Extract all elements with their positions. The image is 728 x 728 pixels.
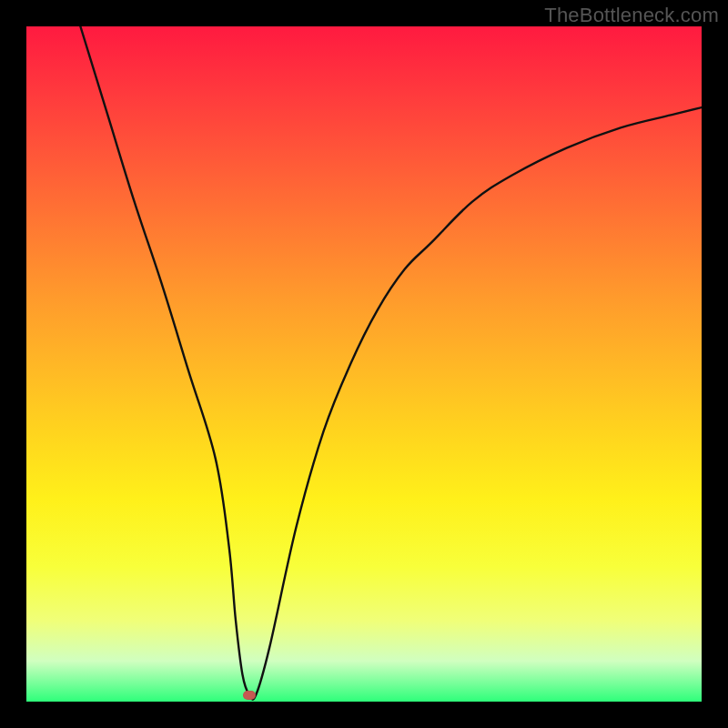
- chart-frame: TheBottleneck.com: [0, 0, 728, 728]
- watermark-text: TheBottleneck.com: [544, 4, 719, 27]
- curve-path: [80, 26, 702, 700]
- plot-area: [26, 26, 702, 702]
- optimum-marker: [243, 691, 256, 700]
- bottleneck-curve: [26, 26, 702, 702]
